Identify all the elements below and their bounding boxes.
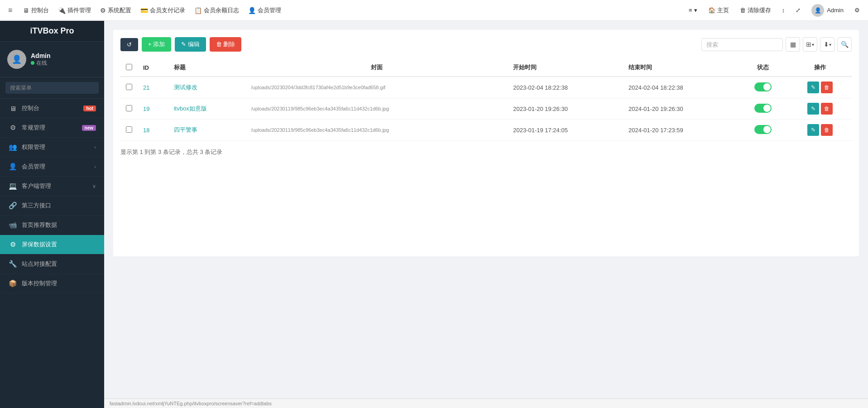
version-icon: 📦	[8, 279, 17, 288]
config-icon: ⚙	[100, 7, 106, 14]
sidebar-item-third-party[interactable]: 🔗 第三方接口	[0, 196, 104, 216]
resize-button[interactable]: ↕	[778, 5, 789, 15]
sidebar-item-client[interactable]: 💻 客户端管理 ∨	[0, 177, 104, 196]
status-toggle[interactable]	[754, 82, 772, 91]
row-checkbox-cell	[120, 77, 138, 98]
add-button[interactable]: + 添加	[142, 37, 171, 52]
table-row: 19 itvbox如意版 /uploads/20230119/985c96eb3…	[120, 98, 852, 120]
cell-actions: ✎ 🗑	[788, 98, 852, 120]
row-edit-button[interactable]: ✎	[807, 124, 819, 136]
sidebar-item-general[interactable]: ⚙ 常规管理 new	[0, 118, 104, 138]
top-nav-right: ≡ ▾ 🏠 主页 🗑 清除缓存 ↕ ⤢ 👤 Admin ⚙	[685, 2, 863, 19]
toolbar: ↺ + 添加 ✎ 编辑 🗑 删除 ▦	[120, 37, 852, 52]
refresh-button[interactable]: ↺	[120, 38, 138, 51]
admin-user-menu[interactable]: 👤 Admin	[808, 2, 847, 19]
status-url: fastadmin.lvdoui.net/xmljYuNTEg.php/itvb…	[110, 401, 272, 406]
search-icon: 🔍	[841, 41, 849, 48]
sidebar-item-dashboard[interactable]: 🖥 控制台 hot	[0, 99, 104, 118]
sidebar: iTVBox Pro 👤 Admin 在线 🖥 控制台 hot ⚙	[0, 21, 104, 408]
cell-start-time: 2023-01-20 19:26:30	[508, 98, 623, 120]
calendar-icon: ▦	[790, 41, 796, 48]
calendar-view-button[interactable]: ▦	[786, 37, 800, 52]
nav-config[interactable]: ⚙ 系统配置	[96, 5, 136, 16]
cell-end-time: 2024-02-04 18:22:38	[623, 77, 739, 98]
cell-id: 21	[138, 77, 168, 98]
nav-dashboard[interactable]: 🖥 控制台	[19, 5, 53, 16]
col-start-time: 开始时间	[508, 59, 623, 77]
nav-member-manage[interactable]: 👤 会员管理	[244, 5, 286, 16]
cell-actions: ✎ 🗑	[788, 120, 852, 141]
site-icon: 🔧	[8, 260, 17, 268]
status-toggle[interactable]	[754, 104, 772, 113]
home-icon: 🏠	[708, 7, 715, 14]
row-checkbox-cell	[120, 120, 138, 141]
col-cover: 封面	[245, 59, 508, 77]
nav-member-pay[interactable]: 💳 会员支付记录	[136, 5, 190, 16]
export-button[interactable]: ⬇ ▾	[820, 37, 834, 52]
top-navigation: ≡ 🖥 控制台 🔌 插件管理 ⚙ 系统配置 💳 会员支付记录 📋 会员余额日志 …	[0, 0, 868, 21]
row-delete-button[interactable]: 🗑	[821, 103, 833, 115]
client-icon: 💻	[8, 182, 17, 190]
content-box: ↺ + 添加 ✎ 编辑 🗑 删除 ▦	[113, 30, 859, 256]
fullscreen-button[interactable]: ⤢	[792, 5, 804, 15]
toolbar-right: ▦ ⊞ ▾ ⬇ ▾ 🔍	[701, 37, 852, 52]
cell-status	[739, 120, 788, 141]
cell-title: 测试修改	[168, 77, 246, 98]
search-input[interactable]	[701, 38, 783, 51]
col-action: 操作	[788, 59, 852, 77]
balance-icon: 📋	[194, 7, 202, 14]
pay-icon: 💳	[140, 7, 148, 14]
row-checkbox-cell	[120, 98, 138, 120]
table-body: 21 测试修改 /uploads/20230204/3dd3fc81730af4…	[120, 77, 852, 141]
sidebar-item-version[interactable]: 📦 版本控制管理	[0, 274, 104, 293]
user-status: 在线	[31, 59, 51, 67]
sidebar-item-recommend[interactable]: 📹 首页推荐数据	[0, 216, 104, 235]
search-input[interactable]	[5, 82, 99, 94]
table-row: 21 测试修改 /uploads/20230204/3dd3fc81730af4…	[120, 77, 852, 98]
sidebar-item-site-connect[interactable]: 🔧 站点对接配置	[0, 254, 104, 274]
delete-button[interactable]: 🗑 删除	[210, 37, 242, 52]
edit-button[interactable]: ✎ 编辑	[175, 37, 206, 52]
home-button[interactable]: 🏠 主页	[705, 5, 733, 16]
cell-cover: /uploads/20230119/985c96eb3ec4a3435fa6c1…	[245, 98, 508, 120]
grid-view-button[interactable]: ⊞ ▾	[803, 37, 817, 52]
row-delete-button[interactable]: 🗑	[821, 124, 833, 136]
chevron-right-icon: ‹	[94, 144, 96, 150]
chevron-down-icon: ∨	[92, 183, 96, 189]
hot-badge: hot	[83, 106, 96, 111]
plugin-icon: 🔌	[58, 7, 66, 14]
sidebar-item-member[interactable]: 👤 会员管理 ‹	[0, 157, 104, 177]
row-edit-button[interactable]: ✎	[807, 103, 819, 115]
row-delete-button[interactable]: 🗑	[821, 82, 833, 93]
row-checkbox[interactable]	[126, 84, 132, 90]
dashboard-icon: 🖥	[8, 105, 17, 112]
nav-plugins[interactable]: 🔌 插件管理	[53, 5, 96, 16]
col-end-time: 结束时间	[623, 59, 739, 77]
select-all-checkbox[interactable]	[126, 64, 132, 70]
search-button[interactable]: 🔍	[837, 37, 852, 52]
table-header: ID 标题 封面 开始时间 结束时间 状态 操作	[120, 59, 852, 77]
status-toggle[interactable]	[754, 125, 772, 134]
sidebar-item-screensaver[interactable]: ⚙ 屏保数据设置	[0, 235, 104, 254]
chevron-down-icon: ▾	[829, 42, 831, 47]
view-toggle-button[interactable]: ≡ ▾	[685, 5, 701, 15]
sidebar-search-area	[0, 77, 104, 99]
sidebar-user-info: 👤 Admin 在线	[0, 42, 104, 77]
settings-button[interactable]: ⚙	[851, 5, 863, 15]
sidebar-item-permissions[interactable]: 👥 权限管理 ‹	[0, 138, 104, 157]
menu-toggle-icon[interactable]: ≡	[5, 5, 16, 16]
row-edit-button[interactable]: ✎	[807, 82, 819, 93]
clear-cache-button[interactable]: 🗑 清除缓存	[736, 5, 775, 16]
content-area: ↺ + 添加 ✎ 编辑 🗑 删除 ▦	[104, 21, 868, 398]
grid-icon: ⊞	[806, 41, 811, 48]
screensaver-icon: ⚙	[8, 240, 17, 249]
nav-member-balance[interactable]: 📋 会员余额日志	[190, 5, 244, 16]
fullscreen-icon: ⤢	[796, 7, 801, 14]
third-party-icon: 🔗	[8, 202, 17, 210]
cell-cover: /uploads/20230204/3dd3fc81730af4e2d51b9e…	[245, 77, 508, 98]
cell-status	[739, 98, 788, 120]
row-checkbox[interactable]	[126, 126, 132, 133]
row-checkbox[interactable]	[126, 105, 132, 111]
avatar: 👤	[811, 4, 824, 17]
cell-cover: /uploads/20230119/985c96eb3ec4a3435fa6c1…	[245, 120, 508, 141]
